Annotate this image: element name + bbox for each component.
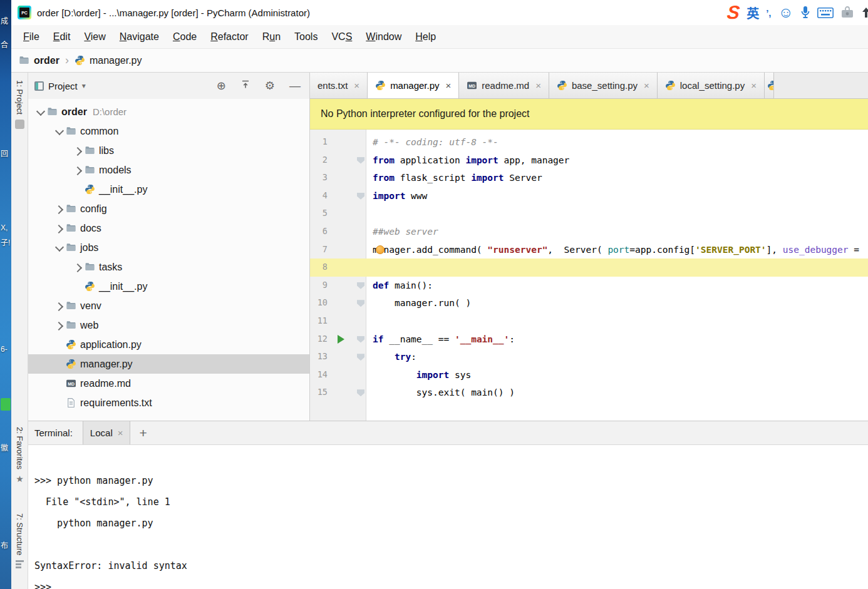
code-text[interactable] xyxy=(366,205,868,223)
tab-manager-py[interactable]: manager.py× xyxy=(368,73,459,98)
emoji-icon[interactable]: ☺ xyxy=(778,5,793,20)
microphone-icon[interactable] xyxy=(800,6,810,19)
menu-navigate[interactable]: Navigate xyxy=(113,31,166,43)
tab-readme-md[interactable]: MDreadme.md× xyxy=(459,73,549,98)
ime-expand-arrow-icon[interactable] xyxy=(861,6,868,19)
project-panel-title[interactable]: Project xyxy=(48,81,78,91)
tree-item-application-py[interactable]: application.py xyxy=(28,335,309,354)
menu-help[interactable]: Help xyxy=(408,31,443,43)
hide-panel-icon[interactable]: — xyxy=(289,80,301,91)
menu-file[interactable]: File xyxy=(16,31,46,43)
tree-item-venv[interactable]: venv xyxy=(28,296,309,315)
close-icon[interactable]: × xyxy=(446,80,452,91)
tree-item-order[interactable]: orderD:\order xyxy=(28,102,309,121)
chevron-right-icon[interactable] xyxy=(72,164,85,177)
gutter-cell[interactable]: 10 xyxy=(310,294,366,312)
chevron-right-icon[interactable] xyxy=(72,145,85,157)
collapse-all-icon[interactable] xyxy=(240,79,251,92)
gear-icon[interactable]: ⚙ xyxy=(265,80,275,91)
tree-item-requirements-txt[interactable]: requirements.txt xyxy=(28,393,309,412)
code-text[interactable]: from application import app, manager xyxy=(366,151,868,170)
close-icon[interactable]: × xyxy=(354,80,359,91)
menu-vcs[interactable]: VCS xyxy=(324,31,359,43)
code-text[interactable]: import sys xyxy=(366,366,868,384)
menu-tools[interactable]: Tools xyxy=(287,31,324,43)
code-text[interactable]: def main(): xyxy=(366,277,868,295)
fold-marker-icon[interactable] xyxy=(357,389,364,396)
code-text[interactable]: sys.exit( main() ) xyxy=(366,384,868,402)
chevron-down-icon[interactable]: ▾ xyxy=(82,81,86,90)
gutter-cell[interactable]: 1 xyxy=(310,133,366,151)
fold-marker-icon[interactable] xyxy=(357,157,364,164)
tree-item-tasks[interactable]: tasks xyxy=(28,257,309,277)
code-text[interactable] xyxy=(366,259,868,277)
tab-partial[interactable] xyxy=(765,73,774,98)
run-arrow-icon[interactable] xyxy=(338,335,344,344)
intention-dot-icon[interactable] xyxy=(376,245,385,254)
gutter-cell[interactable]: 2 xyxy=(310,151,366,170)
gutter-cell[interactable]: 8 xyxy=(310,259,366,277)
tree-item-__init__-py[interactable]: __init__.py xyxy=(28,180,309,199)
chevron-down-icon[interactable] xyxy=(53,242,66,254)
tree-item-jobs[interactable]: jobs xyxy=(28,238,309,257)
tree-item-__init__-py[interactable]: __init__.py xyxy=(28,277,309,296)
chevron-right-icon[interactable] xyxy=(53,222,66,235)
menu-run[interactable]: Run xyxy=(256,31,287,43)
close-icon[interactable]: × xyxy=(644,80,649,91)
tree-item-docs[interactable]: docs xyxy=(28,218,309,238)
fold-marker-icon[interactable] xyxy=(357,336,364,343)
terminal-output[interactable]: >>> python manager.py File "<stdin>", li… xyxy=(28,445,868,589)
close-icon[interactable]: × xyxy=(118,428,123,438)
tab-local_setting-py[interactable]: local_setting.py× xyxy=(658,73,765,98)
gutter-cell[interactable]: 14 xyxy=(310,366,366,384)
tree-item-manager-py[interactable]: manager.py xyxy=(28,354,309,374)
code-text[interactable]: manager.add_command( "runserver", Server… xyxy=(366,241,868,259)
sidebar-item-structure[interactable]: 7: Structure xyxy=(11,513,28,568)
close-icon[interactable]: × xyxy=(751,80,757,91)
gutter-cell[interactable]: 5 xyxy=(310,205,366,223)
code-text[interactable]: if __name__ == '__main__': xyxy=(366,330,868,349)
code-text[interactable] xyxy=(366,312,868,330)
toolbox-icon[interactable] xyxy=(840,6,854,19)
code-text[interactable]: from flask_script import Server xyxy=(366,169,868,187)
tree-item-common[interactable]: common xyxy=(28,121,309,141)
gutter-cell[interactable]: 9 xyxy=(310,277,366,295)
keyboard-icon[interactable] xyxy=(817,8,834,18)
fold-marker-icon[interactable] xyxy=(357,300,364,307)
breadcrumb-item-manager-py[interactable]: manager.py xyxy=(75,55,142,66)
breadcrumb-item-order[interactable]: order xyxy=(19,55,59,66)
chevron-right-icon[interactable] xyxy=(53,319,66,332)
menu-window[interactable]: Window xyxy=(359,31,408,43)
menu-code[interactable]: Code xyxy=(166,31,204,43)
menu-refactor[interactable]: Refactor xyxy=(204,31,255,43)
close-icon[interactable]: × xyxy=(535,80,541,91)
code-text[interactable]: manager.run( ) xyxy=(366,294,868,312)
gutter-cell[interactable]: 13 xyxy=(310,348,366,366)
code-editor[interactable]: 1# -*- coding: utf-8 -*-2from applicatio… xyxy=(310,130,868,421)
menu-edit[interactable]: Edit xyxy=(46,31,78,43)
gutter-cell[interactable]: 11 xyxy=(310,312,366,330)
tree-item-web[interactable]: web xyxy=(28,315,309,335)
tab-base_setting-py[interactable]: base_setting.py× xyxy=(549,73,658,98)
tab-ents-txt[interactable]: ents.txt× xyxy=(310,73,368,98)
chevron-right-icon[interactable] xyxy=(72,261,85,274)
chevron-down-icon[interactable] xyxy=(34,106,47,118)
code-text[interactable]: ##web server xyxy=(366,223,868,241)
sidebar-item-favorites[interactable]: 2: Favorites ★ xyxy=(11,427,28,483)
code-text[interactable]: import www xyxy=(366,187,868,205)
fold-marker-icon[interactable] xyxy=(357,282,364,289)
chevron-right-icon[interactable] xyxy=(53,300,66,312)
terminal-tab-local[interactable]: Local × xyxy=(83,421,131,444)
sidebar-item-project[interactable]: 1: Project xyxy=(11,80,28,129)
ime-language-indicator[interactable]: 英 xyxy=(747,4,759,22)
tree-item-readme-md[interactable]: MDreadme.md xyxy=(28,374,309,393)
menu-view[interactable]: View xyxy=(77,31,112,43)
locate-file-icon[interactable]: ⊕ xyxy=(217,80,226,91)
tree-item-libs[interactable]: libs xyxy=(28,141,309,160)
gutter-cell[interactable]: 4 xyxy=(310,187,366,205)
ime-punctuation-indicator[interactable]: ’, xyxy=(766,8,771,18)
gutter-cell[interactable]: 3 xyxy=(310,169,366,187)
code-text[interactable]: try: xyxy=(366,348,868,366)
sogou-logo-icon[interactable]: S xyxy=(726,3,741,22)
gutter-cell[interactable]: 12 xyxy=(310,330,366,349)
